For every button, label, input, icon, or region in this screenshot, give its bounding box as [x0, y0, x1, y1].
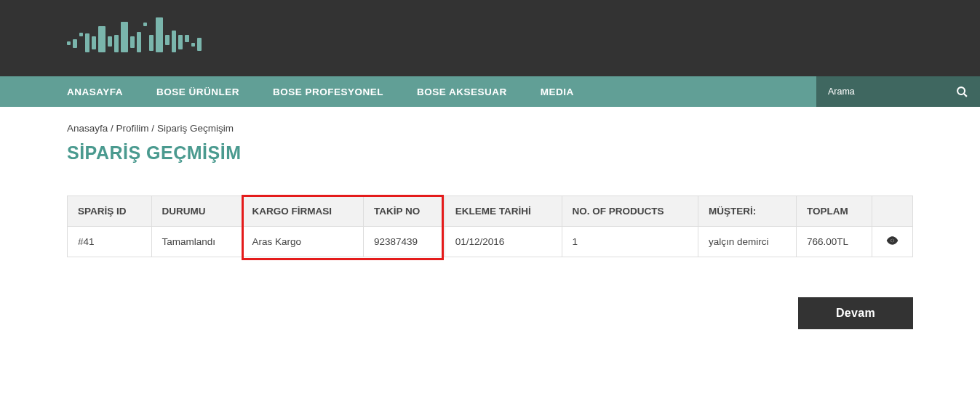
search-icon[interactable]	[956, 86, 968, 98]
th-tracking-no: TAKİP NO	[364, 196, 445, 227]
cell-shipping-company: Aras Kargo	[242, 227, 364, 257]
eye-icon[interactable]	[886, 236, 899, 245]
cell-status: Tamamlandı	[151, 227, 242, 257]
search-placeholder: Arama	[828, 86, 855, 97]
continue-button[interactable]: Devam	[798, 297, 913, 329]
breadcrumb-current: Sipariş Geçmişim	[157, 123, 234, 134]
table-row: #41 Tamamlandı Aras Kargo 92387439 01/12…	[68, 227, 913, 257]
page-title: SİPARİŞ GEÇMİŞİM	[67, 142, 913, 164]
breadcrumb-profile[interactable]: Profilim	[116, 123, 149, 134]
search-box[interactable]: Arama	[816, 76, 980, 107]
cell-customer: yalçın demirci	[698, 227, 796, 257]
nav-item-professional[interactable]: BOSE PROFESYONEL	[273, 86, 383, 97]
breadcrumb-home[interactable]: Anasayfa	[67, 123, 108, 134]
nav-item-accessories[interactable]: BOSE AKSESUAR	[417, 86, 507, 97]
cell-action	[872, 227, 913, 257]
th-order-id: SPARİŞ ID	[68, 196, 152, 227]
th-shipping-company: KARGO FİRMASI	[242, 196, 364, 227]
orders-table: SPARİŞ ID DURUMU KARGO FİRMASI TAKİP NO …	[67, 196, 913, 257]
svg-point-0	[957, 87, 965, 94]
th-status: DURUMU	[151, 196, 242, 227]
nav-item-home[interactable]: ANASAYFA	[67, 86, 123, 97]
cell-total: 766.00TL	[796, 227, 872, 257]
header-top	[0, 0, 980, 76]
th-total: TOPLAM	[796, 196, 872, 227]
cell-date-added: 01/12/2016	[445, 227, 562, 257]
th-action	[872, 196, 913, 227]
cell-order-id: #41	[68, 227, 152, 257]
nav-item-products[interactable]: BOSE ÜRÜNLER	[156, 86, 239, 97]
main-nav: ANASAYFA BOSE ÜRÜNLER BOSE PROFESYONEL B…	[0, 76, 980, 107]
cell-num-products: 1	[562, 227, 698, 257]
th-num-products: NO. OF PRODUCTS	[562, 196, 698, 227]
breadcrumb: Anasayfa / Profilim / Sipariş Geçmişim	[67, 123, 913, 134]
cell-tracking-no: 92387439	[364, 227, 445, 257]
logo[interactable]	[67, 16, 202, 52]
th-customer: MÜŞTERİ:	[698, 196, 796, 227]
nav-item-media[interactable]: MEDIA	[541, 86, 574, 97]
th-date-added: EKLEME TARİHİ	[445, 196, 562, 227]
svg-line-1	[964, 93, 967, 96]
table-header-row: SPARİŞ ID DURUMU KARGO FİRMASI TAKİP NO …	[68, 196, 913, 227]
svg-point-3	[891, 240, 893, 242]
